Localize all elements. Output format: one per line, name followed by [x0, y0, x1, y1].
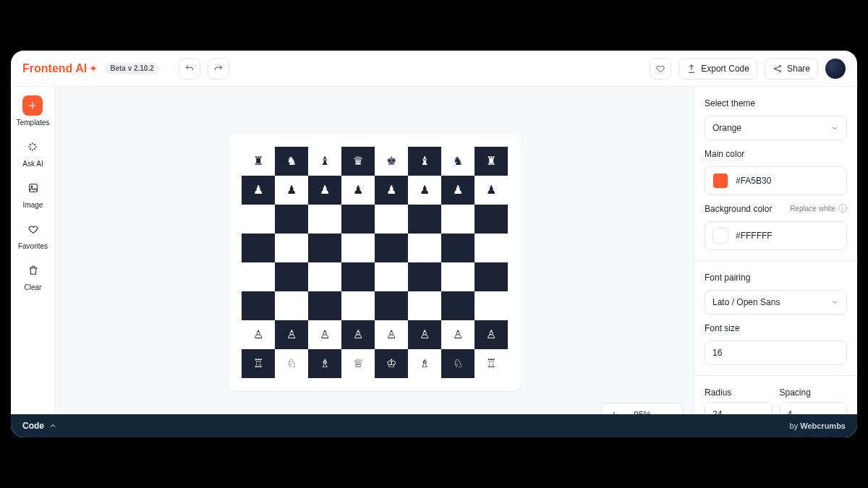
redo-button[interactable]: [208, 58, 229, 80]
font-pairing-value: Lato / Open Sans: [712, 297, 780, 307]
font-pairing-label: Font pairing: [705, 273, 847, 283]
replace-white-hint: Replace white i: [790, 204, 847, 213]
theme-label: Select theme: [705, 98, 847, 108]
chess-square: [341, 291, 375, 320]
chess-square: [308, 291, 341, 320]
chess-square: [408, 262, 441, 291]
chess-square: ♗: [308, 349, 341, 378]
topbar: Frontend AI ✦ Beta v 2.10.2 Export Code …: [11, 51, 857, 87]
chess-square: ♙: [275, 320, 308, 349]
replace-white-label: Replace white: [790, 205, 835, 213]
main-color-value: #FA5B30: [736, 176, 771, 186]
undo-icon: [184, 64, 195, 74]
chess-square: [375, 234, 408, 262]
by-prefix: by: [790, 421, 801, 430]
app-window: Frontend AI ✦ Beta v 2.10.2 Export Code …: [11, 51, 857, 437]
favorite-button[interactable]: [650, 58, 671, 80]
chess-square: ♜: [475, 147, 508, 176]
body: Templates Ask AI Image Favorites Clear ♜…: [11, 87, 857, 437]
sidebar-item-templates[interactable]: Templates: [17, 95, 50, 127]
bg-color-swatch: [712, 228, 728, 244]
info-icon[interactable]: i: [838, 204, 847, 213]
sidebar-item-label: Favorites: [18, 242, 48, 250]
upload-icon: [686, 64, 697, 74]
chess-square: ♗: [408, 349, 441, 378]
chess-square: [242, 234, 275, 262]
chess-square: [341, 262, 375, 291]
code-panel-toggle[interactable]: Code: [22, 421, 57, 431]
share-icon: [773, 64, 783, 74]
main-color-swatch: [712, 173, 728, 189]
image-icon: [23, 178, 43, 198]
chess-square: ♘: [275, 349, 308, 378]
chess-square: ♖: [475, 349, 508, 378]
chess-square: ♙: [242, 320, 275, 349]
theme-select[interactable]: Orange: [705, 116, 847, 140]
trash-icon: [23, 260, 43, 281]
bg-row: Background color Replace white i: [705, 202, 847, 214]
avatar[interactable]: [825, 59, 846, 79]
chess-square: [475, 205, 508, 234]
canvas: ♜♞♝♛♚♝♞♜♟♟♟♟♟♟♟♟♙♙♙♙♙♙♙♙♖♘♗♕♔♗♘♖ + 85% −: [56, 87, 694, 437]
footer: Code by Webcrumbs: [11, 414, 857, 437]
chess-square: [408, 234, 441, 262]
chess-square: [341, 205, 375, 234]
sidebar-item-label: Image: [23, 201, 43, 209]
chess-square: [441, 205, 475, 234]
chess-square: ♙: [341, 320, 375, 349]
version-badge: Beta v 2.10.2: [104, 63, 160, 74]
sidebar-item-askai[interactable]: Ask AI: [22, 137, 43, 168]
chess-square: [441, 291, 475, 320]
main-color-label: Main color: [705, 149, 847, 159]
font-size-input[interactable]: 16: [705, 341, 847, 365]
heart-icon: [23, 219, 43, 239]
chess-square: [341, 234, 375, 262]
heart-icon: [655, 64, 665, 74]
bg-color-label: Background color: [705, 204, 772, 214]
chess-square: ♚: [375, 147, 408, 176]
by-brand: Webcrumbs: [800, 421, 846, 430]
bg-color-value: #FFFFFF: [736, 231, 773, 241]
svg-point-1: [779, 65, 780, 67]
share-button[interactable]: Share: [765, 58, 818, 80]
chess-square: ♕: [341, 349, 375, 378]
spacing-label: Spacing: [780, 388, 848, 398]
sidebar-item-favorites[interactable]: Favorites: [18, 219, 48, 250]
svg-point-0: [774, 67, 775, 69]
font-size-value: 16: [712, 348, 722, 358]
chessboard: ♜♞♝♛♚♝♞♜♟♟♟♟♟♟♟♟♙♙♙♙♙♙♙♙♖♘♗♕♔♗♘♖: [242, 147, 508, 378]
attribution: by Webcrumbs: [790, 421, 846, 430]
bg-color-input[interactable]: #FFFFFF: [705, 221, 847, 250]
chess-square: ♞: [275, 147, 308, 176]
chess-square: ♟: [375, 176, 408, 205]
export-code-button[interactable]: Export Code: [678, 58, 757, 80]
chess-square: ♙: [475, 320, 508, 349]
svg-rect-3: [29, 184, 37, 192]
plus-icon: [22, 95, 43, 116]
font-pairing-select[interactable]: Lato / Open Sans: [705, 290, 847, 314]
chess-square: [308, 205, 341, 234]
chess-square: [242, 291, 275, 320]
chess-square: [308, 262, 341, 291]
chess-square: ♙: [375, 320, 408, 349]
chess-square: ♟: [308, 176, 341, 205]
divider: [694, 375, 857, 376]
sidebar-item-clear[interactable]: Clear: [23, 260, 43, 291]
chess-square: ♙: [308, 320, 341, 349]
chess-square: ♘: [441, 349, 475, 378]
divider: [694, 260, 857, 261]
chess-square: ♙: [408, 320, 441, 349]
chess-square: [275, 234, 308, 262]
radius-label: Radius: [705, 388, 773, 398]
undo-button[interactable]: [179, 58, 200, 80]
main-color-input[interactable]: #FA5B30: [705, 166, 847, 195]
chess-square: [242, 262, 275, 291]
chess-square: [408, 291, 441, 320]
sidebar-item-image[interactable]: Image: [23, 178, 43, 209]
redo-icon: [213, 64, 224, 74]
code-label: Code: [22, 421, 44, 431]
chess-square: [375, 262, 408, 291]
sidebar-item-label: Clear: [25, 283, 42, 291]
chess-square: [275, 262, 308, 291]
chess-square: [275, 291, 308, 320]
